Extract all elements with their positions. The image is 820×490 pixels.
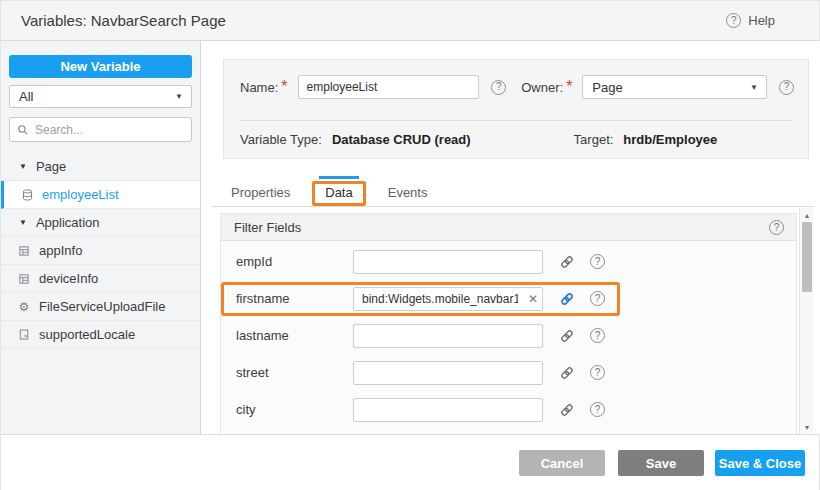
tree-item-label: deviceInfo [39, 271, 98, 286]
variable-type-label: Variable Type: [240, 132, 322, 147]
database-icon [20, 188, 34, 202]
help-label: Help [748, 13, 775, 28]
owner-value: Page [592, 80, 622, 95]
owner-dropdown[interactable]: Page [582, 75, 767, 99]
tree-group-application[interactable]: Application [1, 209, 200, 237]
grid-icon [17, 245, 31, 257]
dialog-header: Variables: NavbarSearch Page Help [1, 1, 819, 41]
dialog-footer: Cancel Save Save & Close [1, 434, 819, 490]
tree-group-page[interactable]: Page [1, 153, 200, 181]
grid-icon [17, 273, 31, 285]
tree-item-label: FileServiceUploadFile [39, 299, 165, 314]
filter-field-row-street: street [221, 354, 796, 391]
variable-filter-value: All [19, 89, 33, 104]
bind-link-icon[interactable] [560, 366, 574, 380]
save-and-close-button[interactable]: Save & Close [715, 450, 805, 476]
content-scrollbar[interactable] [799, 208, 814, 434]
variable-summary-panel: Name: * Owner: * Page Variable Type: Dat… [223, 59, 809, 159]
tree-item-deviceinfo[interactable]: deviceInfo [1, 265, 200, 293]
lastname-input[interactable] [353, 324, 543, 348]
variable-detail-panel: Name: * Owner: * Page Variable Type: Dat… [201, 41, 820, 434]
variable-name-field[interactable] [298, 75, 480, 99]
tree-group-label: Application [36, 215, 100, 230]
tree-item-appinfo[interactable]: appInfo [1, 237, 200, 265]
field-label: empId [221, 254, 353, 269]
clear-binding-icon[interactable] [528, 293, 538, 305]
tab-label: Data [325, 185, 352, 200]
search-icon [17, 124, 29, 136]
required-marker: * [566, 78, 572, 96]
save-button[interactable]: Save [618, 450, 704, 476]
tab-content: Filter Fields empId [211, 207, 814, 434]
street-input[interactable] [353, 361, 543, 385]
required-marker: * [281, 78, 287, 96]
detail-tabs: Properties Data Events [211, 179, 814, 207]
bind-link-icon[interactable] [560, 329, 574, 343]
field-label: lastname [221, 328, 353, 343]
page-title: Variables: NavbarSearch Page [21, 12, 226, 29]
scroll-up-icon[interactable] [800, 209, 814, 221]
field-help-icon[interactable] [590, 365, 605, 380]
tree-item-label: supportedLocale [39, 327, 135, 342]
chevron-down-icon[interactable] [19, 162, 27, 171]
filter-fields-section: Filter Fields empId [220, 213, 797, 434]
filter-field-row-lastname: lastname [221, 317, 796, 354]
tree-item-label: appInfo [39, 243, 82, 258]
field-label: street [221, 365, 353, 380]
owner-label: Owner: [521, 80, 563, 95]
cancel-button[interactable]: Cancel [519, 450, 605, 476]
scrollbar-thumb[interactable] [802, 222, 812, 292]
owner-help-icon[interactable] [779, 80, 794, 95]
tree-item-label: employeeList [42, 187, 119, 202]
tab-properties[interactable]: Properties [226, 180, 295, 205]
tab-label: Properties [231, 185, 290, 200]
filter-field-row-empid: empId [221, 243, 796, 280]
filter-fields-help-icon[interactable] [769, 220, 784, 235]
variables-dialog: Variables: NavbarSearch Page Help New Va… [0, 0, 820, 490]
tree-item-supportedlocale[interactable]: supportedLocale [1, 321, 200, 349]
city-input[interactable] [353, 398, 543, 422]
firstname-input[interactable] [353, 287, 543, 311]
help-button[interactable]: Help [726, 13, 775, 28]
field-help-icon[interactable] [590, 402, 605, 417]
tab-data[interactable]: Data [320, 180, 357, 205]
field-help-icon[interactable] [590, 291, 605, 306]
name-help-icon[interactable] [491, 80, 506, 95]
search-input[interactable] [35, 123, 184, 137]
bind-link-icon[interactable] [560, 255, 574, 269]
filter-fields-header: Filter Fields [221, 214, 796, 241]
panel-divider [240, 120, 792, 121]
variable-type-value: Database CRUD (read) [332, 132, 471, 147]
variables-sidebar: New Variable All Page [1, 41, 201, 434]
tree-item-employeelist[interactable]: employeeList [1, 181, 200, 209]
tab-label: Events [388, 185, 428, 200]
bind-link-icon-active[interactable] [560, 292, 574, 306]
document-icon [17, 328, 31, 341]
field-help-icon[interactable] [590, 254, 605, 269]
filter-field-row-firstname: firstname [221, 280, 796, 317]
help-question-icon [726, 13, 741, 28]
target-label: Target: [574, 132, 614, 147]
variables-tree: Page employeeList Application [1, 153, 200, 349]
tab-events[interactable]: Events [383, 180, 433, 205]
empid-input[interactable] [353, 250, 543, 274]
variable-search [9, 117, 192, 142]
bind-link-icon[interactable] [560, 403, 574, 417]
field-label: firstname [221, 291, 353, 306]
tree-item-fileserviceuploadfile[interactable]: ⚙ FileServiceUploadFile [1, 293, 200, 321]
target-value: hrdb/Employee [623, 132, 717, 147]
variable-filter-dropdown[interactable]: All [9, 85, 192, 108]
field-help-icon[interactable] [590, 328, 605, 343]
scroll-down-icon[interactable] [800, 421, 814, 433]
chevron-down-icon[interactable] [19, 218, 27, 227]
field-label: city [221, 402, 353, 417]
name-label: Name: [240, 80, 278, 95]
new-variable-button[interactable]: New Variable [9, 55, 192, 78]
filter-field-row-city: city [221, 391, 796, 428]
section-title: Filter Fields [234, 220, 301, 235]
active-tab-indicator [319, 176, 358, 179]
gear-icon: ⚙ [17, 300, 31, 314]
tree-group-label: Page [36, 159, 66, 174]
